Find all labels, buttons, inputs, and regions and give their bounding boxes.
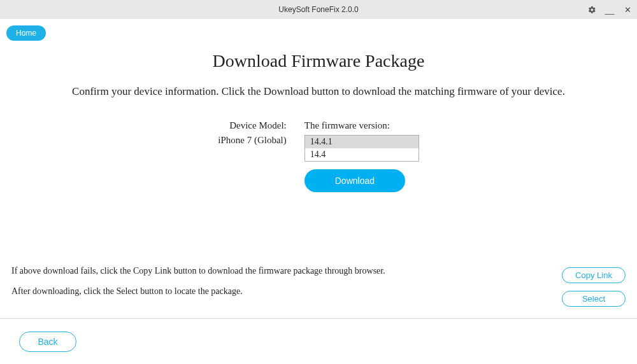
footer: Back — [0, 318, 637, 364]
device-model-value: iPhone 7 (Global) — [218, 135, 286, 146]
firmware-list[interactable]: 14.4.1 14.4 — [304, 135, 419, 162]
device-model-column: Device Model: iPhone 7 (Global) — [218, 120, 286, 192]
back-button[interactable]: Back — [19, 332, 76, 352]
hints-text: If above download fails, click the Copy … — [11, 266, 489, 307]
titlebar-title: UkeySoft FoneFix 2.0.0 — [278, 5, 358, 14]
hint-line-2: After downloading, click the Select butt… — [11, 286, 489, 297]
close-icon[interactable]: ✕ — [623, 5, 632, 14]
select-button[interactable]: Select — [562, 291, 626, 307]
firmware-option[interactable]: 14.4 — [305, 148, 419, 161]
copy-link-button[interactable]: Copy Link — [562, 267, 626, 283]
form-area: Device Model: iPhone 7 (Global) The firm… — [13, 120, 624, 192]
main-content: Download Firmware Package Confirm your d… — [0, 51, 637, 192]
nav-area: Home — [0, 19, 637, 45]
device-model-label: Device Model: — [218, 120, 286, 131]
titlebar: UkeySoft FoneFix 2.0.0 __ ✕ — [0, 0, 637, 19]
home-button[interactable]: Home — [6, 25, 46, 41]
settings-icon[interactable] — [587, 5, 596, 14]
firmware-version-label: The firmware version: — [304, 120, 419, 131]
page-subtitle: Confirm your device information. Click t… — [13, 85, 624, 98]
titlebar-controls: __ ✕ — [587, 0, 632, 19]
side-buttons: Copy Link Select — [562, 267, 626, 307]
page-title: Download Firmware Package — [13, 51, 624, 71]
minimize-icon[interactable]: __ — [605, 5, 614, 14]
hint-line-1: If above download fails, click the Copy … — [11, 266, 489, 276]
firmware-column: The firmware version: 14.4.1 14.4 Downlo… — [304, 120, 419, 192]
download-button[interactable]: Download — [304, 169, 405, 192]
firmware-option[interactable]: 14.4.1 — [305, 136, 419, 148]
